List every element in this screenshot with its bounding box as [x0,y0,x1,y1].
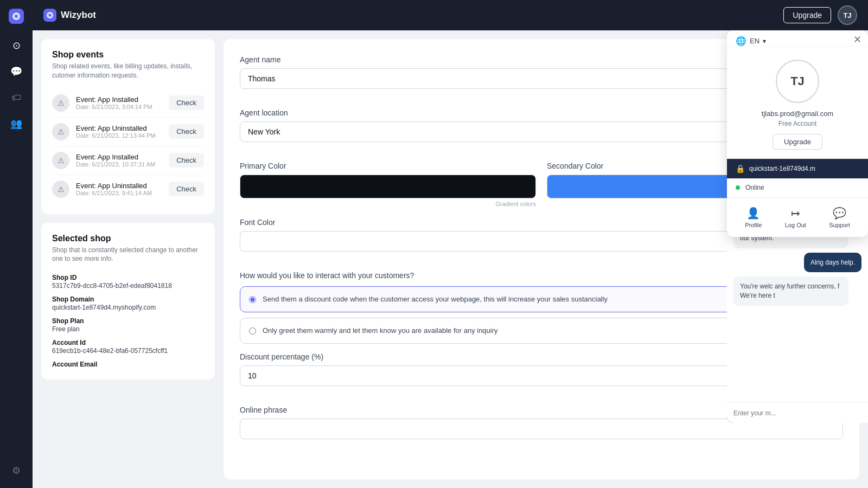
support-action[interactable]: 💬 Support [829,207,850,228]
events-list: ⚠ Event: App Installed Date: 6/21/2023, … [52,89,204,203]
left-panel: Shop events Shop related events, like bi… [41,39,215,479]
sidebar-tag-icon[interactable]: 🏷 [5,87,27,108]
upgrade-button[interactable]: Upgrade [783,7,831,23]
chat-input[interactable] [733,409,861,417]
shop-plan-field: Shop Plan Free plan [52,316,204,333]
event-item: ⚠ Event: App Uninstalled Date: 6/21/2023… [52,175,204,203]
event-title-2: Event: App Uninstalled [76,124,162,132]
account-id-field: Account Id 619ecb1b-c464-48e2-bfa6-05772… [52,337,204,355]
user-avatar[interactable]: TJ [838,5,857,25]
event-date-3: Date: 6/21/2023, 10:37:31 AM [76,161,162,168]
sidebar-home-icon[interactable]: ⊙ [5,35,27,56]
support-label: Support [829,222,850,228]
dropdown-shop-name: quickstart-1e8749d4.m [749,165,815,172]
chat-message-2: Alrig days help. [804,253,861,273]
event-date-1: Date: 6/21/2023, 3:04:14 PM [76,104,162,110]
radio-greet-text: Only greet them warmly and let them know… [263,326,498,336]
shop-events-desc: Shop related events, like billing update… [52,62,204,80]
app-name: Wizybot [61,10,96,21]
chat-messages: transit and within the n make a not our … [727,213,868,402]
selected-shop-title: Selected shop [52,234,204,243]
app-logo [7,7,26,26]
dropdown-actions: 👤 Profile ↦ Log Out 💬 Support [727,197,868,237]
shop-plan-label: Shop Plan [52,317,84,325]
chat-input-area[interactable] [727,402,868,423]
event-info-1: Event: App Installed Date: 6/21/2023, 3:… [76,95,162,110]
event-title-4: Event: App Uninstalled [76,182,162,190]
check-button-4[interactable]: Check [169,182,204,196]
dropdown-upgrade-button[interactable]: Upgrade [773,134,822,150]
support-icon: 💬 [833,207,846,220]
svg-point-2 [15,15,18,18]
radio-greet-input[interactable] [249,328,256,335]
event-info-3: Event: App Installed Date: 6/21/2023, 10… [76,153,162,168]
brand: Wizybot [43,9,96,22]
sidebar-chat-icon[interactable]: 💬 [5,61,27,82]
profile-action[interactable]: 👤 Profile [745,207,762,228]
shop-info: Shop ID 5317c7b9-dcc8-4705-b2ef-edeaf804… [52,272,204,369]
radio-discount-text: Send them a discount code when the custo… [263,294,608,304]
online-status: Online [727,178,868,197]
event-date-2: Date: 6/21/2023, 12:13:44 PM [76,132,162,139]
primary-color-group: Primary Color Gradient colors [240,162,536,207]
event-title-1: Event: App Installed [76,95,162,104]
topbar-right: Upgrade TJ [783,5,857,25]
dropdown-avatar: TJ [776,60,819,103]
shop-events-card: Shop events Shop related events, like bi… [41,39,215,214]
logout-action[interactable]: ↦ Log Out [785,207,806,228]
dropdown-plan: Free Account [778,120,817,127]
account-id-label: Account Id [52,339,86,346]
logout-icon: ↦ [791,207,800,220]
account-email-label: Account Email [52,361,97,368]
sidebar-users-icon[interactable]: 👥 [5,113,27,134]
event-item: ⚠ Event: App Uninstalled Date: 6/21/2023… [52,118,204,146]
event-date-4: Date: 6/21/2023, 9:41:14 AM [76,190,162,196]
shop-id-field: Shop ID 5317c7b9-dcc8-4705-b2ef-edeaf804… [52,272,204,290]
event-title-3: Event: App Installed [76,153,162,161]
online-dot-icon [736,185,740,190]
selected-shop-card: Selected shop Shop that is constantly se… [41,223,215,380]
logout-label: Log Out [785,222,806,228]
shop-domain-label: Shop Domain [52,296,94,303]
chat-message-3: You're welc any further concerns, f We'r… [733,277,848,306]
dropdown-shop: 🔒 quickstart-1e8749d4.m [727,159,868,178]
shop-id-value: 5317c7b9-dcc8-4705-b2ef-edeaf8041818 [52,282,204,290]
shop-id-label: Shop ID [52,274,76,281]
account-id-value: 619ecb1b-c464-48e2-bfa6-057725cfcff1 [52,347,204,355]
lock-icon: 🔒 [736,164,745,173]
event-item: ⚠ Event: App Installed Date: 6/21/2023, … [52,146,204,175]
profile-label: Profile [745,222,762,228]
check-button-1[interactable]: Check [169,95,204,110]
radio-discount-input[interactable] [249,296,256,303]
close-icon[interactable]: ✕ [853,34,861,46]
event-alert-icon-3: ⚠ [52,152,69,169]
event-alert-icon-2: ⚠ [52,123,69,140]
event-alert-icon-4: ⚠ [52,181,69,198]
shop-plan-value: Free plan [52,325,204,333]
selected-shop-desc: Shop that is constantly selected change … [52,246,204,264]
shop-domain-field: Shop Domain quickstart-1e8749d4.myshopif… [52,294,204,311]
event-alert-icon-1: ⚠ [52,94,69,112]
lang-label: EN [750,37,760,45]
sidebar: ⊙ 💬 🏷 👥 ⚙ [0,0,33,488]
shop-events-title: Shop events [52,50,204,60]
event-info-2: Event: App Uninstalled Date: 6/21/2023, … [76,124,162,139]
primary-color-swatch[interactable] [240,175,536,198]
primary-color-hint: Gradient colors [240,201,536,207]
user-dropdown: 🌐 EN ▾ ✕ TJ tjlabs.prod@gmail.com Free A… [727,30,868,237]
event-item: ⚠ Event: App Installed Date: 6/21/2023, … [52,89,204,118]
shop-domain-value: quickstart-1e8749d4.myshopify.com [52,304,204,311]
svg-point-5 [48,14,51,16]
check-button-2[interactable]: Check [169,124,204,139]
check-button-3[interactable]: Check [169,153,204,168]
event-info-4: Event: App Uninstalled Date: 6/21/2023, … [76,182,162,196]
primary-color-label: Primary Color [240,162,536,170]
sidebar-settings-icon[interactable]: ⚙ [5,460,27,481]
dropdown-email: tjlabs.prod@gmail.com [762,110,833,118]
topbar: Wizybot Upgrade TJ [33,0,868,30]
profile-icon: 👤 [746,207,760,220]
chevron-down-icon: ▾ [763,37,766,45]
online-label: Online [745,184,764,191]
account-email-field: Account Email [52,359,204,369]
dropdown-avatar-section: TJ tjlabs.prod@gmail.com Free Account Up… [727,47,868,159]
